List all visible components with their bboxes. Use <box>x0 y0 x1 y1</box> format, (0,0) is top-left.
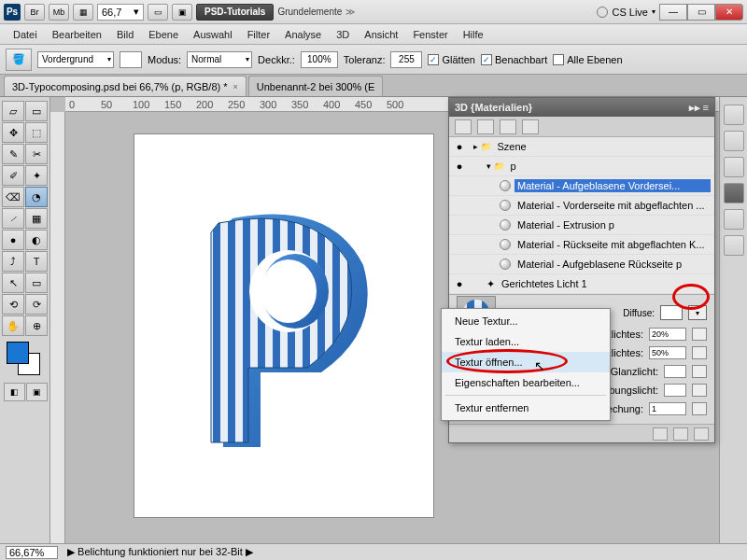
panel-more-icon[interactable]: ▸▸ <box>689 102 700 114</box>
tool-preset-icon[interactable]: 🪣 <box>6 49 32 71</box>
doc-tab-1[interactable]: 3D-Typocomposing.psd bei 66,7% (p, RGB/8… <box>4 76 247 96</box>
context-menu-item[interactable]: Textur öffnen... <box>442 352 610 372</box>
tree-row[interactable]: Material - Aufgeblasene Rückseite p <box>449 255 714 274</box>
maximize-button[interactable]: ▭ <box>687 4 715 21</box>
workspace-label[interactable]: Grundelemente <box>277 7 342 17</box>
dock-icon-3[interactable] <box>724 157 744 177</box>
filter-material-icon[interactable] <box>500 119 516 134</box>
menu-auswahl[interactable]: Auswahl <box>186 26 240 43</box>
tool-bucket[interactable]: ◔ <box>25 187 48 207</box>
visibility-icon[interactable]: ● <box>453 161 466 172</box>
canvas[interactable] <box>134 134 433 517</box>
minimize-button[interactable]: — <box>659 4 687 21</box>
tool-dodge[interactable]: ◐ <box>25 230 48 250</box>
contiguous-checkbox[interactable]: ✓Benachbart <box>481 54 547 65</box>
menu-hilfe[interactable]: Hilfe <box>456 26 491 43</box>
minibridge-icon[interactable]: Mb <box>49 4 69 21</box>
close-tab-icon[interactable]: × <box>233 82 238 91</box>
fg-color-swatch[interactable] <box>7 342 29 364</box>
tool-zoom[interactable]: ⊕ <box>25 315 48 336</box>
property-swatch[interactable] <box>664 384 686 397</box>
property-swatch[interactable] <box>664 365 686 378</box>
panel-title[interactable]: 3D {Materialien}▸▸ ≡ <box>449 98 714 117</box>
tool-3dcam[interactable]: ⟳ <box>25 294 48 315</box>
zoom-field[interactable]: 66,7▾ <box>97 4 144 21</box>
arrange-icon[interactable]: ▭ <box>148 4 168 21</box>
tree-row[interactable]: Material - Vorderseite mit abgeflachten … <box>449 196 714 216</box>
mode-dropdown[interactable]: Normal <box>187 51 252 68</box>
property-menu-icon[interactable] <box>692 384 707 397</box>
antialias-checkbox[interactable]: ✓Glätten <box>428 54 474 65</box>
dock-icon-6[interactable] <box>724 235 744 256</box>
menu-bild[interactable]: Bild <box>109 26 141 43</box>
doc-tab-2[interactable]: Unbenannt-2 bei 300% (E <box>248 76 384 96</box>
tree-row[interactable]: Material - Rückseite mit abgeflachten K.… <box>449 235 714 255</box>
tree-row[interactable]: ●▾ 📁p <box>449 157 714 176</box>
property-field[interactable]: 1 <box>649 402 686 415</box>
property-field[interactable]: 50% <box>649 346 686 359</box>
menu-3d[interactable]: 3D <box>329 26 357 43</box>
tree-row[interactable]: ●✦Gerichtetes Licht 1 <box>449 274 714 294</box>
tool-move[interactable]: ▱ <box>2 101 24 121</box>
screenmode-icon[interactable]: ▣ <box>172 4 192 21</box>
alllayers-checkbox[interactable]: Alle Ebenen <box>553 54 622 65</box>
tool-pen[interactable]: ⤴ <box>2 251 24 272</box>
context-menu-item[interactable]: Neue Textur... <box>442 311 610 331</box>
panel-footer-icon-2[interactable] <box>673 427 688 441</box>
opacity-field[interactable]: 100% <box>301 51 338 68</box>
menu-ansicht[interactable]: Ansicht <box>357 26 405 43</box>
tree-row[interactable]: Material - Extrusion p <box>449 216 714 235</box>
panel-menu-icon[interactable]: ≡ <box>703 102 709 113</box>
property-menu-icon[interactable] <box>692 402 707 415</box>
filter-light-icon[interactable] <box>522 119 539 134</box>
tool-shape[interactable]: ▭ <box>25 273 48 293</box>
visibility-icon[interactable]: ● <box>453 141 466 152</box>
tool-wand[interactable]: ⬚ <box>25 122 48 143</box>
panel-footer-trash-icon[interactable] <box>694 427 709 441</box>
menu-datei[interactable]: Datei <box>6 26 45 43</box>
filter-mesh-icon[interactable] <box>477 119 494 134</box>
screenmode-toggle[interactable]: ▣ <box>26 383 48 401</box>
pattern-swatch[interactable] <box>120 51 142 68</box>
tool-type[interactable]: T <box>25 251 48 272</box>
status-zoom[interactable]: 66,67% <box>6 546 58 559</box>
property-menu-icon[interactable] <box>692 346 707 359</box>
view-extras-icon[interactable]: ▦ <box>73 4 93 21</box>
cslive-button[interactable]: CS Live ▾ <box>597 7 655 18</box>
panel-footer-icon-1[interactable] <box>653 427 668 441</box>
context-menu-item[interactable]: Textur laden... <box>442 331 610 352</box>
menu-filter[interactable]: Filter <box>240 26 277 43</box>
property-menu-icon[interactable] <box>692 365 707 378</box>
filter-scene-icon[interactable] <box>455 119 472 134</box>
menu-analyse[interactable]: Analyse <box>277 26 329 43</box>
context-menu-item[interactable]: Eigenschaften bearbeiten... <box>442 372 610 393</box>
tolerance-field[interactable]: 255 <box>390 51 422 68</box>
menu-bearbeiten[interactable]: Bearbeiten <box>45 26 109 43</box>
property-field[interactable]: 20% <box>649 328 686 341</box>
tool-gradient[interactable]: ▦ <box>25 208 48 229</box>
more-icon[interactable]: ≫ <box>345 7 355 17</box>
tool-heal[interactable]: ✐ <box>2 165 24 186</box>
visibility-icon[interactable]: ● <box>453 278 466 289</box>
fill-dropdown[interactable]: Vordergrund <box>37 51 114 68</box>
quickmask-icon[interactable]: ◧ <box>4 383 25 401</box>
tool-marquee[interactable]: ▭ <box>25 101 48 121</box>
dock-icon-5[interactable] <box>724 209 744 230</box>
tree-row[interactable]: Material - Aufgeblasene Vordersei... <box>449 176 714 196</box>
menu-ebene[interactable]: Ebene <box>141 26 186 43</box>
tool-path[interactable]: ↖ <box>2 273 24 293</box>
tool-blur[interactable]: ● <box>2 230 24 250</box>
workspace-button[interactable]: PSD-Tutorials <box>196 4 274 21</box>
context-menu-item[interactable]: Textur entfernen <box>442 398 610 418</box>
color-swatches[interactable] <box>7 342 44 379</box>
property-menu-icon[interactable] <box>692 328 707 341</box>
tool-eyedrop[interactable]: ✂ <box>25 144 48 164</box>
dock-icon-3d[interactable] <box>724 183 744 203</box>
diffuse-swatch[interactable] <box>660 305 683 320</box>
tool-hand[interactable]: ✋ <box>2 315 24 336</box>
tool-brush[interactable]: ✦ <box>25 165 48 186</box>
tool-eraser[interactable]: ⟋ <box>2 208 24 229</box>
tool-stamp[interactable]: ⌫ <box>2 187 24 207</box>
tool-crop[interactable]: ✎ <box>2 144 24 164</box>
bridge-icon[interactable]: Br <box>24 4 45 21</box>
